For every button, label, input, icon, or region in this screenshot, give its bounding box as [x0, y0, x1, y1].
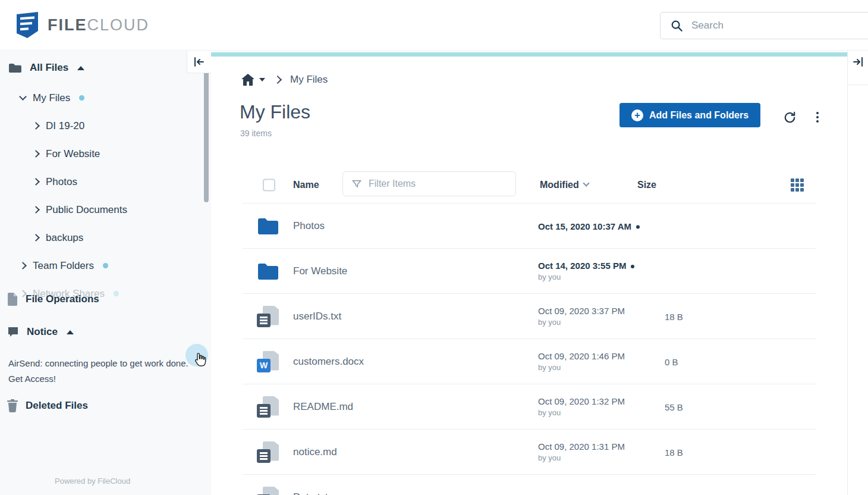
sidebar-item-public-documents[interactable]: Public Documents: [0, 196, 211, 224]
tree-item-label: backups: [46, 232, 83, 244]
home-icon: [241, 73, 255, 86]
file-size: 0 B: [665, 356, 678, 366]
chevron-icon[interactable]: [32, 234, 40, 242]
trash-icon: [7, 399, 18, 412]
document-icon: W: [257, 487, 281, 495]
column-header-name[interactable]: Name: [293, 180, 319, 190]
sidebar-item-team-folders[interactable]: Team Folders: [0, 252, 211, 280]
chevron-icon[interactable]: [19, 262, 27, 270]
refresh-button[interactable]: [779, 107, 800, 127]
chevron-down-icon: [583, 180, 589, 186]
tree-item-label: My Files: [33, 92, 70, 104]
sidebar-scrollbar[interactable]: [204, 52, 209, 202]
file-badge: W: [257, 449, 271, 463]
expand-right-button[interactable]: [848, 51, 868, 73]
modified-cell: Oct 09, 2020 3:37 PM by you: [538, 305, 625, 328]
search-input[interactable]: [691, 20, 866, 32]
breadcrumb-home[interactable]: [241, 73, 265, 86]
modified-date: Oct 09, 2020 1:30 PM: [538, 492, 625, 495]
modified-header-label: Modified: [540, 180, 579, 190]
text-lines-glyph: [260, 455, 268, 457]
sidebar-item-notice[interactable]: Notice: [7, 326, 74, 338]
collapse-section-icon[interactable]: [67, 330, 74, 334]
file-row[interactable]: W Photos Oct 15, 2020 10:37 AM: [243, 203, 816, 248]
file-name[interactable]: README.md: [293, 401, 353, 413]
grid-icon: [791, 178, 804, 192]
notice-banner-bar: [211, 52, 847, 57]
file-row[interactable]: W Data.txt Oct 09, 2020 1:30 PM 12 B: [243, 474, 816, 495]
modified-date: Oct 09, 2020 1:32 PM: [538, 396, 625, 406]
chevron-icon[interactable]: [32, 122, 40, 130]
plus-icon: +: [631, 109, 643, 121]
filter-icon: [351, 178, 362, 189]
file-type-icon: W: [257, 441, 281, 463]
more-options-button[interactable]: [807, 107, 828, 127]
filecloud-logo[interactable]: FILECLOUD: [14, 11, 149, 39]
sidebar-item-photos[interactable]: Photos: [0, 168, 211, 196]
modified-by: by you: [538, 452, 625, 463]
item-count: 39 items: [240, 129, 272, 138]
modified-date: Oct 15, 2020 10:37 AM: [538, 221, 631, 231]
column-header-modified[interactable]: Modified: [540, 180, 589, 190]
file-type-icon: W: [257, 215, 281, 237]
modified-date: Oct 14, 2020 3:55 PM: [538, 261, 626, 271]
select-all-checkbox[interactable]: [263, 178, 275, 191]
file-row[interactable]: W notice.md Oct 09, 2020 1:31 PM by you …: [243, 429, 816, 474]
grid-view-toggle[interactable]: [791, 178, 804, 192]
modified-line: Oct 14, 2020 3:55 PM: [538, 261, 634, 271]
file-size: 12 B: [665, 492, 683, 495]
sidebar-item-di-19-20[interactable]: DI 19-20: [0, 112, 211, 140]
file-row[interactable]: W userIDs.txt Oct 09, 2020 3:37 PM by yo…: [243, 293, 816, 339]
filter-input[interactable]: [369, 178, 507, 189]
sidebar: All Files My Files DI 19-20 For Website …: [0, 51, 211, 495]
folder-icon: [257, 217, 279, 236]
collapse-sidebar-button[interactable]: [187, 51, 211, 73]
document-icon: W: [257, 351, 281, 372]
sidebar-item-my-files[interactable]: My Files: [0, 84, 211, 112]
add-files-label: Add Files and Folders: [649, 110, 749, 121]
brand-text: FILECLOUD: [48, 16, 149, 35]
tree-item-label: Public Documents: [46, 204, 127, 216]
filter-box[interactable]: [342, 171, 516, 196]
modified-cell: Oct 15, 2020 10:37 AM: [538, 220, 640, 231]
deleted-files-label: Deleted Files: [26, 400, 88, 412]
file-row[interactable]: W README.md Oct 09, 2020 1:32 PM by you …: [243, 384, 816, 429]
global-search-box[interactable]: [660, 12, 868, 39]
file-size: 18 B: [665, 311, 683, 321]
column-header-size[interactable]: Size: [637, 180, 656, 190]
sidebar-item-all-files[interactable]: All Files: [8, 62, 84, 74]
chevron-icon[interactable]: [32, 178, 40, 186]
sidebar-item-file-operations[interactable]: File Operations: [7, 293, 99, 306]
file-type-icon: W: [257, 351, 281, 372]
modified-line: Oct 09, 2020 3:37 PM: [538, 306, 625, 316]
text-lines-glyph: [260, 410, 268, 412]
file-name[interactable]: Data.txt: [293, 491, 328, 495]
chevron-icon[interactable]: [32, 206, 40, 214]
notice-text: AirSend: connecting people to get work d…: [8, 356, 194, 387]
folder-icon: [8, 62, 22, 74]
breadcrumb-current[interactable]: My Files: [290, 74, 328, 86]
file-row[interactable]: W customers.docx Oct 09, 2020 1:46 PM by…: [243, 339, 816, 384]
breadcrumb: My Files: [241, 73, 328, 86]
chevron-icon[interactable]: [19, 93, 27, 101]
add-files-button[interactable]: + Add Files and Folders: [619, 103, 760, 127]
divider: [848, 84, 868, 85]
file-name[interactable]: Photos: [293, 220, 325, 232]
file-name[interactable]: customers.docx: [293, 356, 364, 368]
sidebar-item-deleted-files[interactable]: Deleted Files: [7, 399, 88, 412]
file-row[interactable]: W For Website Oct 14, 2020 3:55 PM by yo…: [243, 248, 816, 293]
sidebar-item-for-website[interactable]: For Website: [0, 140, 211, 168]
file-type-icon: W: [257, 261, 281, 282]
document-icon: W: [257, 396, 281, 418]
modified-date: Oct 09, 2020 1:31 PM: [538, 441, 625, 452]
file-name[interactable]: userIDs.txt: [293, 311, 341, 322]
file-name[interactable]: notice.md: [293, 446, 337, 458]
file-name[interactable]: For Website: [293, 265, 347, 277]
chevron-down-icon: [259, 78, 265, 82]
file-badge: W: [257, 404, 271, 418]
notice-label: Notice: [27, 326, 58, 338]
sidebar-item-backups[interactable]: backups: [0, 224, 211, 252]
collapse-section-icon[interactable]: [77, 66, 84, 70]
chevron-icon[interactable]: [32, 150, 40, 158]
folder-tree: My Files DI 19-20 For Website Photos Pub…: [0, 84, 211, 308]
